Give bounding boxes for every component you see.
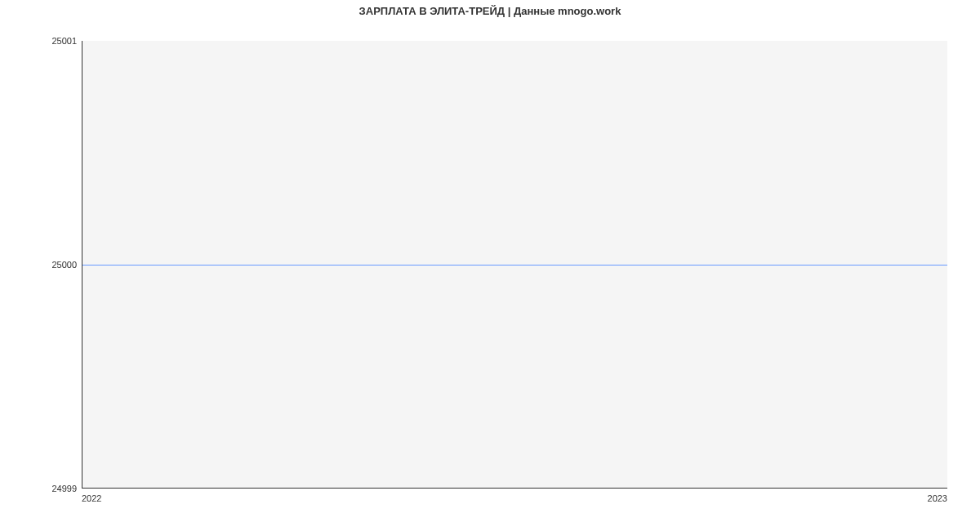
x-tick-label: 2023 <box>928 493 947 503</box>
chart-container: ЗАРПЛАТА В ЭЛИТА-ТРЕЙД | Данные mnogo.wo… <box>0 0 980 531</box>
y-tick-label: 24999 <box>28 484 77 493</box>
data-series-line <box>82 265 947 266</box>
chart-title: ЗАРПЛАТА В ЭЛИТА-ТРЕЙД | Данные mnogo.wo… <box>0 5 980 17</box>
y-tick-label: 25001 <box>28 36 77 46</box>
y-tick-label: 25000 <box>28 260 77 270</box>
plot-area <box>82 41 947 489</box>
x-tick-label: 2022 <box>82 493 101 503</box>
